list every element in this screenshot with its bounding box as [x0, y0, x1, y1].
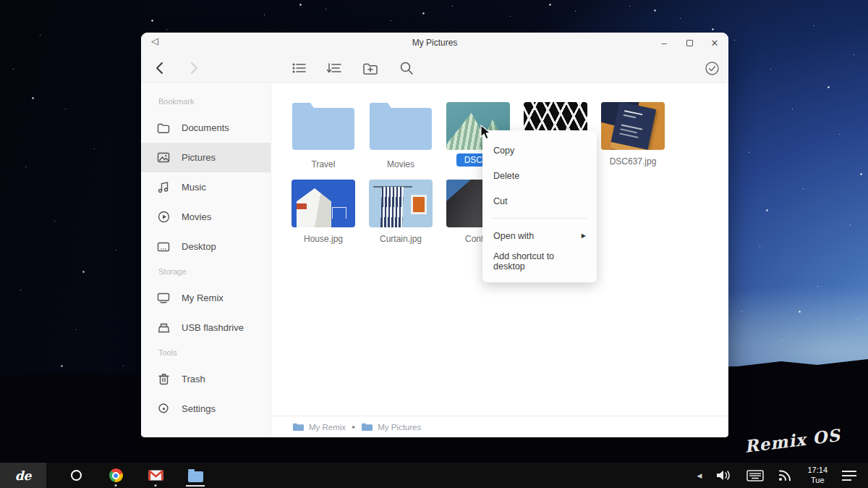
clock-day: Tue	[807, 476, 827, 485]
nav-forward-button[interactable]	[186, 60, 202, 76]
app-launcher-button[interactable]	[68, 465, 84, 487]
gmail-taskbar-button[interactable]	[148, 465, 163, 487]
sidebar-item-music[interactable]: Music	[141, 172, 271, 202]
context-menu-add-shortcut[interactable]: Add shortcut to desktop	[482, 248, 597, 274]
taskbar-clock[interactable]: 17:14 Tue	[807, 466, 827, 484]
usb-drive-icon	[157, 321, 170, 335]
remix-start-button[interactable]: de	[0, 463, 46, 488]
folder-movies[interactable]: Movies	[369, 102, 433, 169]
taskbar-menu-icon[interactable]	[842, 471, 856, 481]
folder-icon	[362, 423, 373, 431]
play-circle-icon	[157, 211, 170, 224]
file-label: Curtain.jpg	[380, 234, 422, 244]
folder-icon-large	[292, 108, 354, 150]
menu-item-label: Add shortcut to desktop	[493, 251, 586, 272]
breadcrumb-label: My Remix	[309, 423, 346, 432]
sidebar-item-label: Trash	[182, 374, 205, 384]
search-icon[interactable]	[399, 60, 414, 76]
tray-expand-icon[interactable]: ◀	[697, 472, 702, 479]
sidebar-item-label: Settings	[182, 403, 216, 414]
active-window-indicator	[186, 485, 205, 487]
keyboard-icon[interactable]	[746, 470, 764, 481]
folder-icon-large	[370, 108, 432, 150]
sidebar-item-movies[interactable]: Movies	[141, 202, 271, 232]
sidebar-item-settings[interactable]: Settings	[141, 394, 271, 424]
context-menu-open-with[interactable]: Open with ▶	[482, 223, 597, 248]
breadcrumb-label: My Pictures	[378, 423, 421, 432]
menu-item-label: Delete	[493, 171, 519, 181]
sidebar-item-label: USB flashdrive	[182, 322, 244, 333]
menu-divider	[493, 218, 587, 219]
image-thumbnail	[369, 180, 433, 227]
sidebar-item-documents[interactable]: Documents	[141, 113, 271, 143]
file-dsc637[interactable]: DSC637.jpg	[601, 102, 665, 169]
music-note-icon	[157, 181, 170, 194]
close-button[interactable]: ✕	[710, 38, 720, 48]
network-signal-icon[interactable]	[778, 469, 793, 481]
mouse-cursor	[480, 125, 492, 140]
image-icon	[157, 151, 170, 164]
file-label: DSC637.jpg	[610, 156, 657, 167]
chrome-taskbar-button[interactable]	[108, 465, 124, 487]
folder-icon	[188, 471, 203, 482]
breadcrumb-my-remix[interactable]: My Remix	[293, 423, 346, 432]
sidebar-item-label: My Remix	[182, 293, 224, 303]
submenu-arrow-icon: ▶	[582, 232, 586, 239]
sidebar-item-usb-flashdrive[interactable]: USB flashdrive	[141, 313, 271, 342]
window-title: My Pictures	[141, 38, 728, 48]
list-view-icon[interactable]	[292, 60, 307, 76]
file-label: Movies	[387, 159, 414, 169]
clock-time: 17:14	[807, 466, 827, 475]
menu-item-label: Open with	[493, 231, 534, 241]
folder-icon	[157, 122, 170, 135]
sidebar-item-trash[interactable]: Trash	[141, 364, 271, 394]
circle-icon	[71, 470, 82, 481]
context-menu-copy[interactable]: Copy	[482, 138, 597, 163]
sort-icon[interactable]	[326, 60, 342, 76]
file-manager-window: ◁ My Pictures – ✕	[141, 33, 728, 437]
menu-item-label: Cut	[493, 196, 507, 206]
context-menu-cut[interactable]: Cut	[482, 188, 597, 214]
title-bar: ◁ My Pictures – ✕	[141, 33, 728, 53]
sidebar: Bookmark Documents Pictures Music	[141, 84, 271, 437]
sidebar-section-storage: Storage	[141, 261, 271, 283]
sidebar-item-label: Desktop	[182, 241, 216, 252]
running-indicator	[155, 484, 157, 487]
sidebar-item-my-remix[interactable]: My Remix	[141, 283, 271, 313]
menu-item-label: Copy	[493, 146, 514, 156]
gear-icon	[157, 403, 170, 416]
sidebar-item-label: Pictures	[182, 152, 216, 163]
minimize-button[interactable]: –	[659, 38, 669, 48]
desktop-icon	[157, 240, 170, 253]
breadcrumb: My Remix ▸ My Pictures	[271, 416, 728, 437]
context-menu-delete[interactable]: Delete	[482, 163, 597, 188]
taskbar: de ◀	[0, 463, 868, 488]
toolbar	[141, 53, 728, 83]
sidebar-section-tools: Tools	[141, 342, 271, 364]
monitor-icon	[157, 292, 170, 305]
chrome-icon	[109, 468, 123, 482]
sidebar-item-desktop[interactable]: Desktop	[141, 232, 271, 261]
file-label: Travel	[312, 159, 336, 169]
file-manager-taskbar-button[interactable]	[187, 465, 203, 487]
new-folder-icon[interactable]	[362, 60, 378, 76]
sidebar-item-pictures[interactable]: Pictures	[141, 143, 271, 172]
select-mode-icon[interactable]	[704, 60, 720, 76]
folder-icon	[293, 423, 304, 431]
volume-icon[interactable]	[716, 469, 732, 481]
file-label: House.jpg	[304, 234, 343, 244]
breadcrumb-separator-icon: ▸	[352, 424, 355, 430]
image-thumbnail	[601, 102, 665, 150]
file-house[interactable]: House.jpg	[292, 180, 355, 244]
sidebar-section-bookmark: Bookmark	[141, 91, 271, 113]
breadcrumb-my-pictures[interactable]: My Pictures	[362, 423, 421, 432]
trash-icon	[157, 373, 170, 386]
sidebar-item-label: Documents	[182, 122, 229, 133]
file-curtain[interactable]: Curtain.jpg	[369, 180, 433, 244]
maximize-button[interactable]	[684, 38, 694, 48]
starfield-bright	[0, 0, 1, 1]
running-indicator	[115, 484, 117, 487]
image-thumbnail	[292, 180, 355, 227]
folder-travel[interactable]: Travel	[292, 102, 355, 169]
nav-back-button[interactable]	[151, 60, 167, 76]
